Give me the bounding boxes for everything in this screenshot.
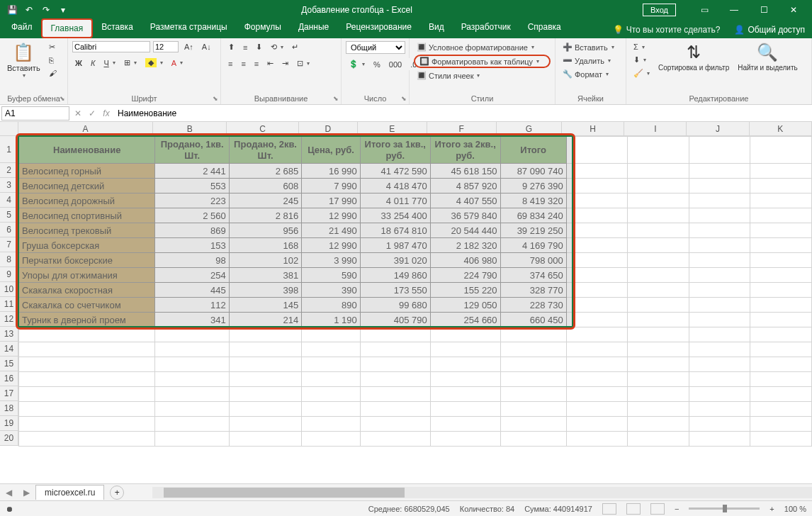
- cell[interactable]: 590: [302, 268, 361, 283]
- decrease-font-button[interactable]: A↓: [199, 41, 214, 52]
- cell[interactable]: [750, 387, 812, 402]
- sort-filter-button[interactable]: ⇅ Сортировка и фильтр: [655, 41, 732, 79]
- cell[interactable]: Велосипед горный: [19, 164, 155, 179]
- row-header[interactable]: 5: [0, 208, 18, 223]
- page-layout-view-button[interactable]: [626, 503, 641, 515]
- cell[interactable]: [229, 402, 302, 417]
- cell[interactable]: 33 254 400: [360, 208, 430, 223]
- cell[interactable]: [566, 298, 628, 313]
- cell[interactable]: 173 550: [360, 283, 430, 298]
- cell[interactable]: [229, 387, 302, 402]
- cell[interactable]: [360, 432, 430, 447]
- cell[interactable]: 214: [229, 313, 302, 327]
- cell[interactable]: [689, 179, 750, 194]
- align-bottom-button[interactable]: ⬇: [253, 41, 265, 53]
- bold-button[interactable]: Ж: [72, 57, 85, 69]
- cell[interactable]: 254 660: [430, 313, 500, 327]
- increase-font-button[interactable]: A↑: [181, 41, 196, 52]
- cell[interactable]: Велосипед трековый: [19, 223, 155, 238]
- cell[interactable]: [628, 283, 689, 298]
- cell[interactable]: [302, 402, 361, 417]
- border-button[interactable]: ⊞▾: [121, 57, 140, 69]
- align-top-button[interactable]: ⬆: [225, 41, 237, 53]
- cell[interactable]: [229, 357, 302, 372]
- add-sheet-button[interactable]: +: [110, 486, 124, 500]
- fill-button[interactable]: ⬇▾: [631, 54, 653, 66]
- cell[interactable]: [750, 432, 812, 447]
- cell[interactable]: [689, 283, 750, 298]
- cell[interactable]: [500, 327, 566, 342]
- cell[interactable]: 869: [155, 223, 229, 238]
- cell[interactable]: 2 560: [155, 208, 229, 223]
- cell[interactable]: [750, 164, 812, 179]
- cell[interactable]: 391 020: [360, 253, 430, 268]
- cell[interactable]: [689, 313, 750, 327]
- cell[interactable]: 4 011 770: [360, 194, 430, 208]
- cell[interactable]: [229, 432, 302, 447]
- cell[interactable]: 228 730: [500, 298, 566, 313]
- cell[interactable]: [689, 194, 750, 208]
- column-header[interactable]: G: [497, 122, 562, 135]
- cell[interactable]: [689, 372, 750, 387]
- cell[interactable]: [750, 253, 812, 268]
- tab-вид[interactable]: Вид: [420, 18, 453, 38]
- font-size-combo[interactable]: [153, 41, 179, 52]
- cell[interactable]: [360, 372, 430, 387]
- normal-view-button[interactable]: [602, 503, 616, 515]
- cell[interactable]: [430, 387, 500, 402]
- cell[interactable]: [566, 387, 628, 402]
- cell[interactable]: [302, 342, 361, 357]
- cell[interactable]: [628, 313, 689, 327]
- decrease-indent-button[interactable]: ⇤: [264, 57, 276, 69]
- cell[interactable]: 224 790: [430, 268, 500, 283]
- horizontal-scrollbar[interactable]: [152, 487, 812, 498]
- tab-разметка страницы[interactable]: Разметка страницы: [142, 18, 236, 38]
- cell[interactable]: 153: [155, 238, 229, 253]
- cell[interactable]: 2 685: [229, 164, 302, 179]
- row-header[interactable]: 15: [0, 357, 18, 371]
- cell[interactable]: [566, 238, 628, 253]
- cell[interactable]: [628, 238, 689, 253]
- cell[interactable]: [19, 327, 155, 342]
- cell[interactable]: [689, 268, 750, 283]
- cell[interactable]: [628, 417, 689, 432]
- orientation-button[interactable]: ⟲▾: [268, 41, 286, 53]
- cell[interactable]: [628, 298, 689, 313]
- cell[interactable]: 129 050: [430, 298, 500, 313]
- cell[interactable]: [430, 342, 500, 357]
- cell[interactable]: Итого за 1кв., руб.: [360, 137, 430, 164]
- clipboard-expand-icon[interactable]: ⬊: [60, 95, 65, 102]
- row-header[interactable]: 7: [0, 237, 18, 252]
- cell[interactable]: 4 418 470: [360, 179, 430, 194]
- maximize-icon[interactable]: ☐: [750, 2, 778, 18]
- cell[interactable]: [750, 372, 812, 387]
- row-header[interactable]: 11: [0, 297, 18, 312]
- cell[interactable]: [750, 137, 812, 164]
- cell[interactable]: 102: [229, 253, 302, 268]
- cell[interactable]: [155, 372, 229, 387]
- cell[interactable]: [19, 372, 155, 387]
- cell[interactable]: [19, 402, 155, 417]
- cell[interactable]: [628, 372, 689, 387]
- cell[interactable]: [430, 372, 500, 387]
- cell[interactable]: [155, 327, 229, 342]
- tab-справка[interactable]: Справка: [519, 18, 570, 38]
- cell[interactable]: 145: [229, 298, 302, 313]
- column-header[interactable]: H: [562, 122, 624, 135]
- cell[interactable]: [566, 179, 628, 194]
- autosum-button[interactable]: Σ▾: [631, 41, 653, 52]
- conditional-format-button[interactable]: 🔳 Условное форматирование▾: [414, 41, 551, 53]
- format-cells-button[interactable]: 🔧 Формат▾: [560, 68, 621, 80]
- cell[interactable]: [689, 137, 750, 164]
- align-left-button[interactable]: ≡: [225, 57, 235, 69]
- cell[interactable]: [302, 417, 361, 432]
- cell[interactable]: [430, 402, 500, 417]
- row-header[interactable]: 10: [0, 282, 18, 297]
- cell[interactable]: 155 220: [430, 283, 500, 298]
- cell[interactable]: 16 990: [302, 164, 361, 179]
- cell[interactable]: 406 980: [430, 253, 500, 268]
- column-header[interactable]: I: [624, 122, 687, 135]
- cell[interactable]: [566, 432, 628, 447]
- cell[interactable]: 445: [155, 283, 229, 298]
- column-headers[interactable]: ABCDEFGHIJK: [18, 122, 812, 136]
